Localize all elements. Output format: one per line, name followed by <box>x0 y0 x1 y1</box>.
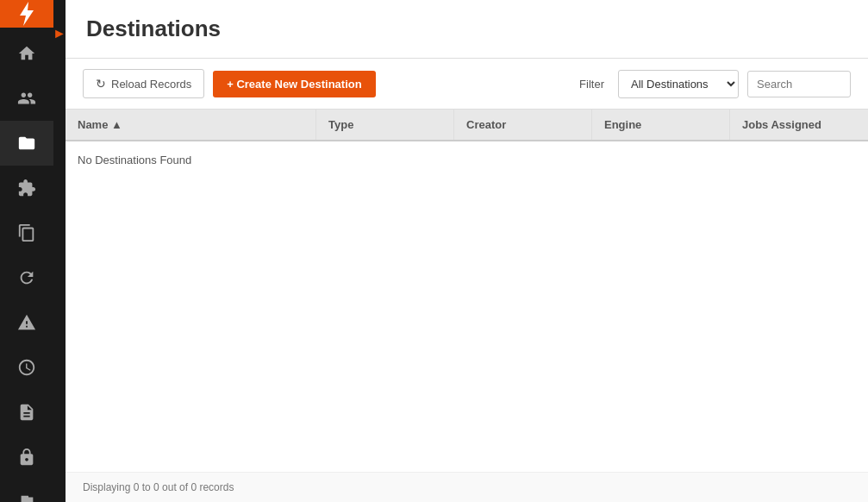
sidebar-item-users[interactable] <box>0 76 53 121</box>
page-title: Destinations <box>86 16 221 42</box>
home-icon <box>17 44 36 63</box>
document-icon <box>17 403 36 422</box>
page-header: Destinations <box>66 0 868 59</box>
folder-icon <box>17 134 36 153</box>
sidebar-item-destinations[interactable] <box>0 121 53 166</box>
lock-icon <box>17 448 36 467</box>
app-logo[interactable] <box>0 0 53 28</box>
sidebar-item-refresh[interactable] <box>0 255 53 300</box>
sidebar-item-flag[interactable] <box>0 480 53 502</box>
sidebar-item-plugins[interactable] <box>0 166 53 210</box>
reload-icon: ↻ <box>96 77 106 91</box>
column-name[interactable]: Name ▲ <box>66 110 316 140</box>
logo-icon <box>13 0 41 28</box>
column-jobs-label: Jobs Assigned <box>742 118 821 131</box>
sidebar-item-document[interactable] <box>0 390 53 435</box>
sidebar <box>0 0 53 502</box>
users-icon <box>17 89 36 108</box>
plugins-icon <box>17 179 36 198</box>
clock-icon <box>17 358 36 377</box>
search-input[interactable] <box>747 71 851 97</box>
no-records-message: No Destinations Found <box>66 141 868 179</box>
toolbar: ↻ Reload Records + Create New Destinatio… <box>66 59 868 110</box>
sidebar-item-home[interactable] <box>0 31 53 76</box>
table-body: No Destinations Found <box>66 141 868 179</box>
column-jobs: Jobs Assigned <box>730 110 868 140</box>
sidebar-arrow: ► <box>53 0 66 502</box>
column-name-label: Name ▲ <box>78 118 122 131</box>
column-engine: Engine <box>592 110 730 140</box>
flag-icon <box>17 493 36 502</box>
refresh-icon <box>17 268 36 287</box>
create-label: + Create New Destination <box>227 78 361 91</box>
main-content: Destinations ↻ Reload Records + Create N… <box>66 0 868 502</box>
sidebar-item-alert[interactable] <box>0 300 53 345</box>
sidebar-nav <box>0 31 53 502</box>
table-header: Name ▲ Type Creator Engine Jobs Assigned <box>66 110 868 141</box>
reload-label: Reload Records <box>111 78 191 91</box>
column-creator-label: Creator <box>466 118 506 131</box>
sidebar-item-lock[interactable] <box>0 435 53 480</box>
reload-button[interactable]: ↻ Reload Records <box>83 69 204 98</box>
column-creator: Creator <box>454 110 592 140</box>
column-type: Type <box>316 110 454 140</box>
alert-icon <box>17 313 36 332</box>
sidebar-item-copy[interactable] <box>0 210 53 255</box>
column-type-label: Type <box>328 118 353 131</box>
display-info: Displaying 0 to 0 out of 0 records <box>66 472 868 502</box>
filter-select[interactable]: All Destinations Active Inactive <box>618 70 739 98</box>
sidebar-arrow-icon: ► <box>53 26 66 41</box>
sidebar-item-clock[interactable] <box>0 345 53 390</box>
copy-icon <box>17 223 36 242</box>
create-destination-button[interactable]: + Create New Destination <box>213 71 375 97</box>
column-engine-label: Engine <box>604 118 641 131</box>
filter-label: Filter <box>579 78 604 91</box>
table-area: Name ▲ Type Creator Engine Jobs Assigned… <box>66 110 868 472</box>
table-container: Name ▲ Type Creator Engine Jobs Assigned… <box>66 110 868 179</box>
